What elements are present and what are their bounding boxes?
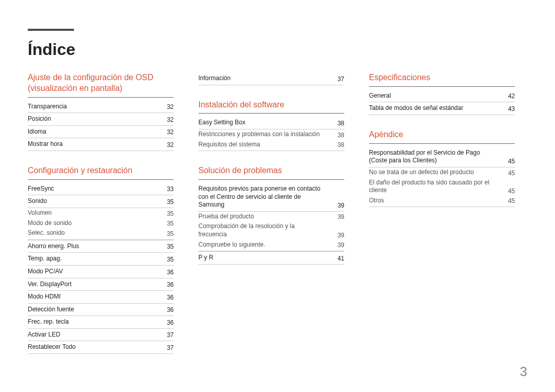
entry-page: 41 [330, 255, 344, 262]
toc-entry[interactable]: Comprobación de la resolución y la frecu… [198, 221, 344, 239]
entry-label: General [369, 92, 501, 100]
entry-label: Selec. sonido [28, 229, 159, 237]
toc-section: ApéndiceResponsabilidad por el Servicio … [369, 129, 515, 207]
section-header[interactable]: Solución de problemas [198, 165, 344, 180]
toc-entry[interactable]: Compruebe lo siguiente.39 [198, 240, 344, 252]
entry-label: Activar LED [28, 331, 159, 339]
page-title: Índice [28, 40, 527, 59]
entry-page: 33 [159, 185, 174, 193]
entry-page: 43 [501, 105, 515, 113]
entry-page: 35 [159, 198, 174, 206]
toc-entry[interactable]: Idioma32 [28, 126, 174, 139]
entry-page: 45 [501, 197, 515, 204]
toc-entry[interactable]: Temp. apag.35 [28, 253, 174, 266]
entry-page: 39 [330, 202, 344, 209]
entry-page: 37 [159, 344, 174, 351]
toc-entry[interactable]: Restricciones y problemas con la instala… [198, 129, 344, 140]
toc-entry[interactable]: Requisitos del sistema38 [198, 140, 344, 152]
toc-entry[interactable]: Volumen35 [28, 208, 174, 218]
entry-page: 35 [159, 243, 174, 250]
entry-page: 36 [159, 294, 174, 301]
entry-page: 32 [159, 141, 174, 148]
entry-page: 35 [159, 230, 174, 237]
toc-entry[interactable]: Posición32 [28, 113, 174, 126]
entry-label: Requisitos del sistema [198, 141, 330, 149]
toc-entries: Easy Setting Box38Restricciones y proble… [198, 117, 344, 151]
toc-entry[interactable]: El daño del producto ha sido causado por… [369, 178, 515, 196]
toc-entry[interactable]: Tabla de modos de señal estándar43 [369, 102, 515, 115]
toc-column: Ajuste de la configuración de OSD (visua… [28, 72, 174, 368]
entry-label: Ahorro energ. Plus [28, 242, 159, 251]
toc-entry[interactable]: General42 [369, 90, 515, 103]
toc-entry[interactable]: Ahorro energ. Plus35 [28, 240, 174, 253]
section-header[interactable]: Apéndice [369, 129, 515, 144]
toc-entry[interactable]: Requisitos previos para ponerse en conta… [198, 183, 344, 212]
entry-page: 32 [159, 116, 174, 123]
toc-entry[interactable]: P y R41 [198, 251, 344, 265]
entry-page: 32 [159, 103, 174, 110]
toc-entry[interactable]: Mostrar hora32 [28, 138, 174, 151]
toc-entry[interactable]: FreeSync33 [28, 183, 174, 196]
accent-bar [28, 29, 74, 31]
toc-entry[interactable]: Easy Setting Box38 [198, 117, 344, 129]
entry-page: 35 [159, 256, 174, 263]
toc-entry[interactable]: Activar LED37 [28, 329, 174, 342]
toc-entry[interactable]: Detección fuente36 [28, 304, 174, 316]
entry-label: Responsabilidad por el Servicio de Pago … [369, 149, 501, 165]
entry-label: Restablecer Todo [28, 343, 159, 351]
entry-page: 38 [330, 120, 344, 127]
entry-label: Compruebe lo siguiente. [198, 241, 330, 249]
toc-entry[interactable]: Restablecer Todo37 [28, 341, 174, 354]
entry-page: 39 [330, 241, 344, 249]
entry-label: Mostrar hora [28, 140, 159, 148]
entry-page: 35 [159, 220, 174, 227]
entry-page: 36 [159, 306, 174, 313]
toc-entry[interactable]: Modo HDMI36 [28, 291, 174, 304]
entry-label: Detección fuente [28, 306, 159, 314]
toc-entry[interactable]: No se trata de un defecto del producto45 [369, 167, 515, 178]
toc-column: EspecificacionesGeneral42Tabla de modos … [369, 72, 515, 368]
toc-entry[interactable]: Sonido35 [28, 195, 174, 208]
toc-section: Ajuste de la configuración de OSD (visua… [28, 72, 174, 151]
entry-page: 39 [330, 232, 344, 239]
toc-column: Información37Instalación del softwareEas… [198, 72, 344, 368]
entry-label: Transparencia [28, 103, 159, 111]
entry-page: 36 [159, 319, 174, 326]
entry-label: Posición [28, 115, 159, 123]
toc-entries: Transparencia32Posición32Idioma32Mostrar… [28, 101, 174, 151]
section-header[interactable]: Configuración y restauración [28, 165, 174, 180]
entry-page: 32 [159, 128, 174, 136]
entry-page: 45 [501, 188, 515, 195]
page-number: 3 [520, 364, 527, 380]
entry-label: No se trata de un defecto del producto [369, 169, 501, 177]
entry-label: Requisitos previos para ponerse en conta… [198, 185, 330, 209]
section-header[interactable]: Especificaciones [369, 72, 515, 87]
toc-entries: General42Tabla de modos de señal estánda… [369, 90, 515, 115]
section-header[interactable]: Instalación del software [198, 100, 344, 114]
toc-entries: Información37 [198, 72, 344, 85]
toc-entry[interactable]: Ver. DisplayPort36 [28, 278, 174, 291]
toc-entries: FreeSync33Sonido35Volumen35Modo de sonid… [28, 183, 174, 354]
entry-label: Información [198, 74, 330, 83]
toc-entries: Requisitos previos para ponerse en conta… [198, 183, 344, 265]
entry-label: El daño del producto ha sido causado por… [369, 179, 501, 195]
entry-page: 42 [501, 92, 515, 100]
toc-entry[interactable]: Frec. rep. tecla36 [28, 316, 174, 329]
entry-page: 45 [501, 170, 515, 177]
toc-entry[interactable]: Otros45 [369, 196, 515, 208]
entry-page: 37 [159, 331, 174, 339]
toc-entry[interactable]: Información37 [198, 72, 344, 85]
toc-section: Configuración y restauraciónFreeSync33So… [28, 165, 174, 354]
entry-label: Otros [369, 197, 501, 205]
entry-label: Frec. rep. tecla [28, 318, 159, 326]
entry-label: Modo HDMI [28, 293, 159, 301]
toc-entry[interactable]: Prueba del producto39 [198, 212, 344, 222]
toc-entry[interactable]: Modo PC/AV36 [28, 266, 174, 278]
entry-page: 35 [159, 210, 174, 217]
section-header[interactable]: Ajuste de la configuración de OSD (visua… [28, 72, 174, 98]
entry-label: Modo de sonido [28, 219, 159, 228]
toc-entry[interactable]: Modo de sonido35 [28, 218, 174, 229]
toc-entry[interactable]: Transparencia32 [28, 101, 174, 114]
toc-entry[interactable]: Selec. sonido35 [28, 228, 174, 240]
toc-entry[interactable]: Responsabilidad por el Servicio de Pago … [369, 147, 515, 167]
